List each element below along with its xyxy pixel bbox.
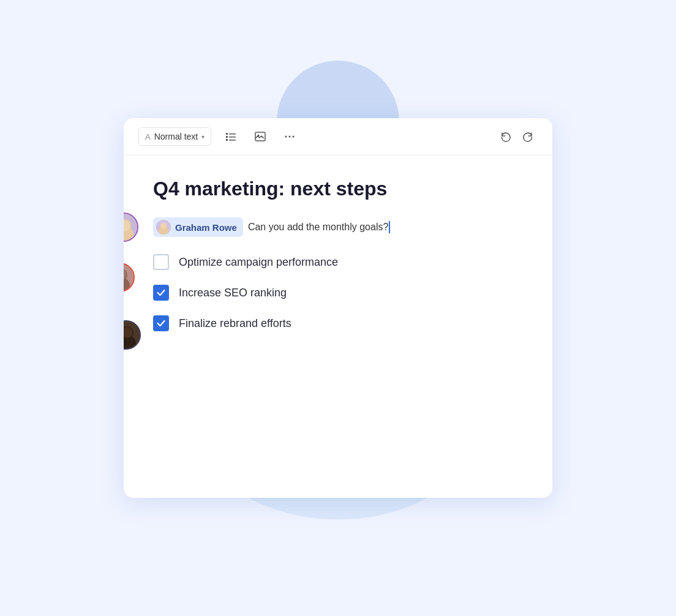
svg-point-19 xyxy=(161,223,167,229)
checkbox-2[interactable] xyxy=(153,285,169,301)
checklist-label-3: Finalize rebrand efforts xyxy=(179,317,291,330)
avatar-person3 xyxy=(124,320,141,350)
checklist-item-3: Finalize rebrand efforts xyxy=(153,315,523,331)
toolbar-undo-redo xyxy=(496,127,538,146)
redo-button[interactable] xyxy=(518,127,538,146)
comment-row: Graham Rowe Can you add the monthly goal… xyxy=(153,217,523,237)
text-style-dropdown[interactable]: A Normal text ▾ xyxy=(138,127,211,146)
text-cursor xyxy=(389,221,390,233)
doc-body: Q4 marketing: next steps xyxy=(124,156,552,375)
more-icon[interactable] xyxy=(280,127,299,146)
svg-point-8 xyxy=(285,136,287,138)
text-style-letter: A xyxy=(145,132,151,141)
checklist-label-1: Optimize campaign performance xyxy=(179,256,338,269)
mention-tag: Graham Rowe xyxy=(153,217,243,237)
svg-rect-1 xyxy=(229,133,236,135)
checklist-item-2: Increase SEO ranking xyxy=(153,285,523,301)
text-style-label: Normal text xyxy=(154,132,198,141)
checkbox-1[interactable] xyxy=(153,254,169,270)
svg-point-9 xyxy=(289,136,291,138)
svg-point-10 xyxy=(293,136,295,138)
doc-title: Q4 marketing: next steps xyxy=(153,178,523,200)
image-icon[interactable] xyxy=(250,127,270,146)
row-controls-1: ▾ xyxy=(124,263,135,292)
checklist-container: ▾ xyxy=(153,254,523,331)
doc-card: A Normal text ▾ xyxy=(124,118,552,498)
undo-button[interactable] xyxy=(496,127,516,146)
avatar-person3-wrapper xyxy=(124,320,141,350)
list-icon[interactable] xyxy=(221,127,241,146)
chevron-down-icon: ▾ xyxy=(201,133,205,140)
svg-rect-3 xyxy=(229,137,236,138)
checklist-label-2: Increase SEO ranking xyxy=(179,287,287,299)
svg-rect-5 xyxy=(229,140,236,141)
page-wrapper: A Normal text ▾ xyxy=(99,45,577,571)
svg-rect-2 xyxy=(226,136,228,138)
toolbar: A Normal text ▾ xyxy=(124,118,552,156)
svg-rect-4 xyxy=(226,139,228,141)
avatar-person2 xyxy=(124,263,135,292)
svg-rect-0 xyxy=(226,133,228,135)
comment-text: Can you add the monthly goals? xyxy=(248,222,388,233)
mention-avatar xyxy=(156,220,171,235)
checkbox-3[interactable] xyxy=(153,315,169,331)
mention-name: Graham Rowe xyxy=(175,222,237,233)
checklist-item-1: Optimize campaign performance xyxy=(153,254,523,270)
